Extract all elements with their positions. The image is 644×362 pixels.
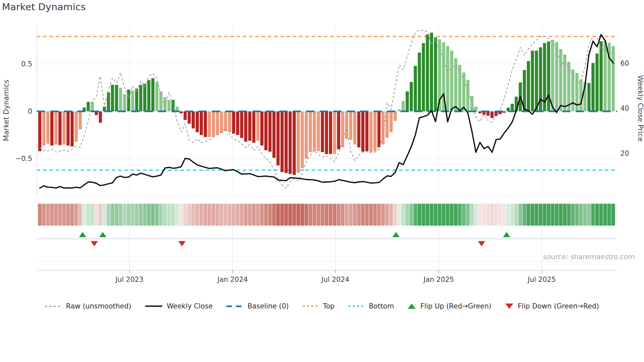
heatmap-cell — [458, 204, 462, 226]
heatmap-cell — [607, 204, 611, 226]
triangle-down-icon — [505, 304, 513, 309]
legend-label: Flip Down (Green→Red) — [518, 302, 599, 310]
oscillator-bar — [297, 111, 300, 173]
heatmap-cell — [46, 204, 50, 226]
left-tick-label: 0.5 — [21, 60, 32, 68]
oscillator-bar — [281, 111, 284, 172]
legend-label: Baseline (0) — [247, 302, 288, 310]
oscillator-bar — [329, 111, 332, 154]
heatmap-cell — [143, 204, 147, 226]
oscillator-bar — [163, 97, 167, 111]
oscillator-bar — [313, 111, 316, 151]
heatmap-cell — [486, 204, 490, 226]
oscillator-bar — [353, 111, 356, 145]
heatmap-cell — [119, 204, 122, 226]
heatmap-cell — [563, 204, 566, 226]
heatmap-cell — [571, 204, 575, 226]
heatmap-cell — [474, 204, 478, 226]
oscillator-bar — [260, 111, 264, 146]
heatmap-cell — [547, 204, 550, 226]
heatmap-cell — [127, 204, 130, 226]
heatmap-cell — [434, 204, 437, 226]
oscillator-bar — [503, 111, 506, 113]
oscillator-bar — [611, 46, 615, 111]
heatmap-cell — [38, 204, 41, 226]
baseline-dash-icon — [226, 305, 243, 307]
heatmap-cell — [203, 204, 207, 226]
oscillator-bar — [462, 73, 466, 111]
heatmap-cell — [268, 204, 272, 226]
heatmap-cell — [70, 204, 74, 226]
heatmap-cell — [191, 204, 195, 226]
heatmap-cell — [244, 204, 247, 226]
oscillator-bar — [587, 83, 591, 111]
heatmap-cell — [111, 204, 114, 226]
heatmap-cell — [58, 204, 62, 226]
heatmap-cell — [502, 204, 506, 226]
oscillator-bar — [179, 111, 183, 113]
heatmap-cell — [450, 204, 453, 226]
oscillator-bar — [147, 80, 150, 111]
heatmap-cell — [62, 204, 66, 226]
legend-item-weekly-close: Weekly Close — [145, 302, 213, 310]
oscillator-bar — [402, 101, 405, 111]
oscillator-bar — [385, 111, 389, 138]
x-tick-label: Jan 2025 — [423, 276, 454, 283]
oscillator-bar — [196, 111, 199, 132]
heatmap-cell — [175, 204, 179, 226]
oscillator-bar — [256, 111, 260, 141]
bottom-dash-icon — [348, 305, 364, 307]
oscillator-bar — [365, 111, 369, 151]
raw-dash-icon — [45, 306, 61, 307]
flip-down-marker — [91, 241, 98, 246]
flip-up-marker — [392, 232, 400, 237]
heatmap-cell — [220, 204, 223, 226]
right-tick-label: 40 — [620, 104, 629, 112]
left-tick-label: 0 — [28, 107, 32, 115]
oscillator-bar — [309, 111, 312, 152]
oscillator-bar — [285, 111, 288, 173]
legend-label: Bottom — [369, 302, 394, 310]
heatmap-cell — [90, 204, 94, 226]
x-tick-label: Jul 2023 — [115, 276, 143, 283]
heatmap-cell — [470, 204, 473, 226]
heatmap-cell — [252, 204, 256, 226]
oscillator-bar — [155, 82, 159, 111]
oscillator-bar — [394, 111, 397, 121]
oscillator-bar — [357, 111, 360, 147]
oscillator-bar — [337, 111, 340, 149]
heatmap-cell — [357, 204, 360, 226]
oscillator-bar — [75, 111, 78, 142]
oscillator-bar — [478, 111, 482, 113]
heatmap-cell — [151, 204, 155, 226]
heatmap-cell — [603, 204, 607, 226]
heatmap-cell — [248, 204, 252, 226]
oscillator-bar — [131, 90, 134, 111]
oscillator-bar — [115, 85, 118, 111]
oscillator-bar — [369, 111, 373, 152]
heatmap-cell — [325, 204, 328, 226]
oscillator-bar — [236, 111, 240, 135]
heatmap-cell — [466, 204, 470, 226]
heatmap-cell — [413, 204, 417, 226]
heatmap-cell — [155, 204, 159, 226]
legend-item-bottom: Bottom — [348, 302, 394, 310]
oscillator-bar — [430, 33, 433, 111]
oscillator-bar — [446, 46, 449, 111]
heatmap-cell — [171, 204, 175, 226]
legend-item-flip-up: Flip Up (Red→Green) — [408, 302, 492, 310]
oscillator-bar — [264, 111, 268, 150]
heatmap-cell — [329, 204, 332, 226]
heatmap-cell — [527, 204, 530, 226]
heatmap-cell — [559, 204, 563, 226]
oscillator-bar — [111, 85, 114, 111]
oscillator-bar — [571, 69, 575, 111]
oscillator-bar — [559, 49, 563, 111]
heatmap-cell — [305, 204, 308, 226]
heatmap-cell — [349, 204, 353, 226]
heatmap-cell — [515, 204, 518, 226]
oscillator-bar — [240, 111, 243, 138]
heatmap-cell — [82, 204, 86, 226]
heatmap-cell — [531, 204, 534, 226]
heatmap-cell — [333, 204, 336, 226]
